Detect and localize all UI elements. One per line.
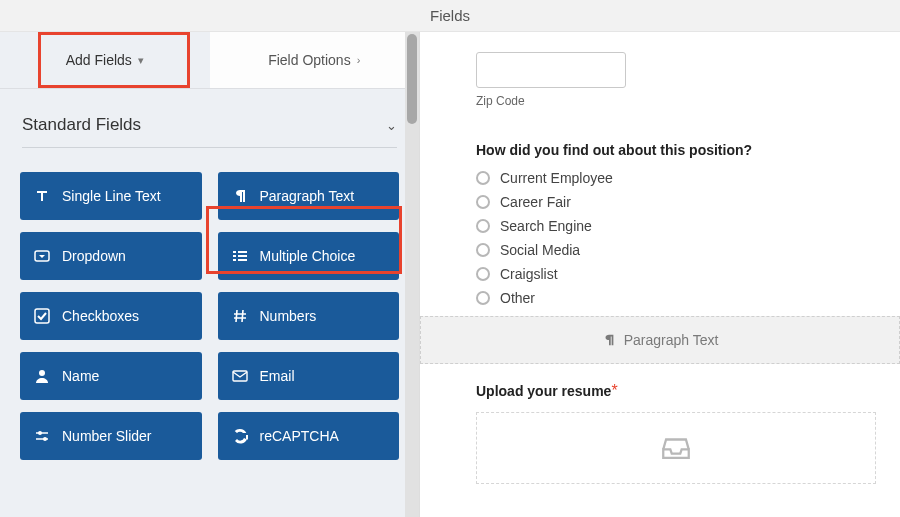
field-grid: Single Line Text Paragraph Text Dropdown xyxy=(0,156,419,464)
drop-placeholder: Paragraph Text xyxy=(420,316,900,364)
field-label: Checkboxes xyxy=(62,308,139,324)
field-label: Multiple Choice xyxy=(260,248,356,264)
field-paragraph-text[interactable]: Paragraph Text xyxy=(218,172,400,220)
upload-label: Upload your resume xyxy=(476,383,611,399)
field-label: Numbers xyxy=(260,308,317,324)
panel-header: Fields xyxy=(0,0,900,32)
recaptcha-icon xyxy=(232,428,248,444)
upload-block: Upload your resume* xyxy=(476,382,876,484)
field-label: Paragraph Text xyxy=(260,188,355,204)
radio-option[interactable]: Craigslist xyxy=(476,266,876,282)
svg-point-10 xyxy=(38,431,42,435)
svg-rect-4 xyxy=(238,255,247,257)
field-label: Name xyxy=(62,368,99,384)
left-panel: Add Fields ▾ Field Options › Standard Fi… xyxy=(0,32,420,517)
tab-field-options[interactable]: Field Options › xyxy=(210,32,420,88)
tab-field-options-label: Field Options xyxy=(268,52,350,68)
zip-label: Zip Code xyxy=(476,94,876,108)
paragraph-icon xyxy=(232,188,248,204)
upload-dropzone[interactable] xyxy=(476,412,876,484)
radio-icon xyxy=(476,219,490,233)
field-multiple-choice[interactable]: Multiple Choice xyxy=(218,232,400,280)
section-standard-toggle[interactable]: Standard Fields ⌄ xyxy=(22,107,397,148)
field-recaptcha[interactable]: reCAPTCHA xyxy=(218,412,400,460)
chevron-down-icon: ⌄ xyxy=(386,118,397,133)
svg-rect-3 xyxy=(233,255,236,257)
svg-rect-6 xyxy=(238,259,247,261)
slider-icon xyxy=(34,428,50,444)
inbox-icon xyxy=(659,431,693,465)
field-single-line-text[interactable]: Single Line Text xyxy=(20,172,202,220)
svg-rect-1 xyxy=(233,251,236,253)
field-label: Email xyxy=(260,368,295,384)
field-numbers[interactable]: Numbers xyxy=(218,292,400,340)
field-label: reCAPTCHA xyxy=(260,428,339,444)
radio-label: Social Media xyxy=(500,242,580,258)
list-icon xyxy=(232,248,248,264)
tab-add-fields-label: Add Fields xyxy=(66,52,132,68)
scrollbar[interactable] xyxy=(405,32,419,517)
radio-option[interactable]: Other xyxy=(476,290,876,306)
chevron-down-icon: ▾ xyxy=(138,54,144,67)
tab-add-fields[interactable]: Add Fields ▾ xyxy=(0,32,210,88)
radio-icon xyxy=(476,267,490,281)
field-label: Dropdown xyxy=(62,248,126,264)
svg-point-8 xyxy=(39,370,45,376)
radio-label: Career Fair xyxy=(500,194,571,210)
paragraph-icon xyxy=(602,333,616,347)
radio-icon xyxy=(476,195,490,209)
field-email[interactable]: Email xyxy=(218,352,400,400)
checkbox-icon xyxy=(34,308,50,324)
radio-icon xyxy=(476,171,490,185)
radio-option[interactable]: Current Employee xyxy=(476,170,876,186)
scrollbar-thumb[interactable] xyxy=(407,34,417,124)
radio-label: Search Engine xyxy=(500,218,592,234)
radio-icon xyxy=(476,243,490,257)
section-standard-title: Standard Fields xyxy=(22,115,141,135)
radio-option[interactable]: Career Fair xyxy=(476,194,876,210)
radio-icon xyxy=(476,291,490,305)
svg-rect-9 xyxy=(233,371,247,381)
radio-label: Other xyxy=(500,290,535,306)
svg-point-11 xyxy=(43,437,47,441)
svg-rect-2 xyxy=(238,251,247,253)
envelope-icon xyxy=(232,368,248,384)
user-icon xyxy=(34,368,50,384)
zip-input[interactable] xyxy=(476,52,626,88)
radio-question-block: How did you find out about this position… xyxy=(476,142,876,306)
form-preview: Zip Code How did you find out about this… xyxy=(420,32,900,517)
radio-label: Current Employee xyxy=(500,170,613,186)
field-number-slider[interactable]: Number Slider xyxy=(20,412,202,460)
radio-option[interactable]: Search Engine xyxy=(476,218,876,234)
field-checkboxes[interactable]: Checkboxes xyxy=(20,292,202,340)
field-dropdown[interactable]: Dropdown xyxy=(20,232,202,280)
question-title: How did you find out about this position… xyxy=(476,142,876,158)
svg-rect-5 xyxy=(233,259,236,261)
drop-placeholder-label: Paragraph Text xyxy=(624,332,719,348)
field-name[interactable]: Name xyxy=(20,352,202,400)
required-asterisk: * xyxy=(611,382,617,399)
field-label: Number Slider xyxy=(62,428,151,444)
hash-icon xyxy=(232,308,248,324)
svg-rect-7 xyxy=(35,309,49,323)
panel-title: Fields xyxy=(430,7,470,24)
radio-option[interactable]: Social Media xyxy=(476,242,876,258)
text-cursor-icon xyxy=(34,188,50,204)
radio-label: Craigslist xyxy=(500,266,558,282)
tabs: Add Fields ▾ Field Options › xyxy=(0,32,419,89)
dropdown-icon xyxy=(34,248,50,264)
chevron-right-icon: › xyxy=(357,54,361,66)
field-label: Single Line Text xyxy=(62,188,161,204)
section-standard: Standard Fields ⌄ xyxy=(0,89,419,156)
